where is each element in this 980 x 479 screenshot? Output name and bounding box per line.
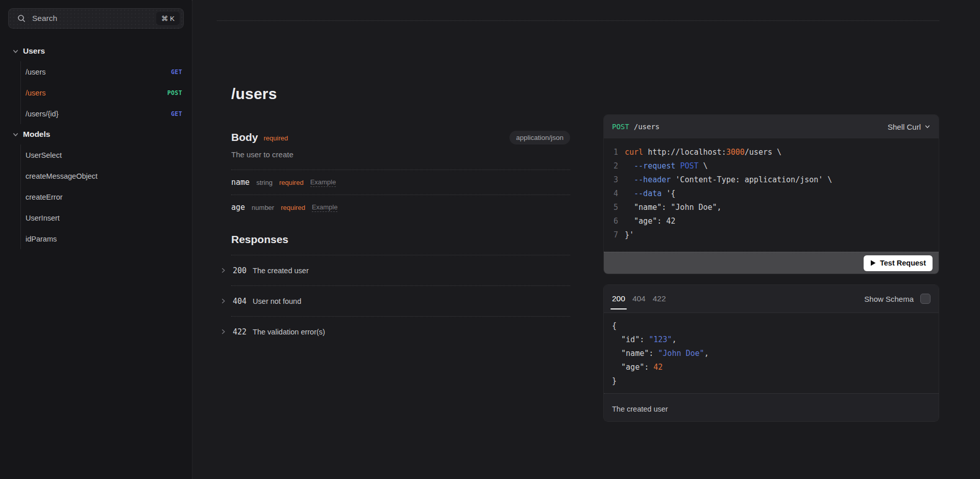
response-body-code: { "id": "123", "name": "John Doe", "age"… — [604, 313, 939, 393]
sidebar-users-list: /users GET /users POST /users/{id} GET — [20, 61, 192, 124]
code-line: 2 --request POST \ — [612, 159, 930, 173]
line-number: 5 — [612, 201, 618, 214]
tab-200[interactable]: 200 — [612, 294, 625, 303]
response-example-card: 200 404 422 Show Schema { "id": "123", "… — [603, 284, 939, 422]
status-code: 200 — [233, 266, 247, 275]
response-row-422[interactable]: 422 The validation error(s) — [220, 317, 570, 347]
sidebar-section-models[interactable]: Models — [0, 124, 192, 145]
model-name: UserInsert — [26, 214, 60, 222]
chevron-right-icon — [220, 267, 227, 274]
model-name: createMessageObject — [26, 172, 97, 180]
line-number: 1 — [612, 146, 618, 159]
body-description: The user to create — [231, 150, 570, 159]
search-shortcut: ⌘ K — [156, 12, 180, 25]
page-title: /users — [231, 85, 570, 103]
param-required-label: required — [279, 179, 304, 186]
code-line: } — [612, 374, 930, 388]
param-row-name: name string required Example — [231, 170, 570, 195]
sidebar-item-createerror[interactable]: createError — [21, 186, 192, 207]
body-heading: Body — [231, 131, 258, 143]
sidebar-item-userselect[interactable]: UserSelect — [21, 145, 192, 165]
response-row-404[interactable]: 404 User not found — [220, 286, 570, 316]
request-path: /users — [634, 123, 660, 131]
sidebar-nav: Users /users GET /users POST /users/{id}… — [0, 41, 192, 249]
code-line: 7}' — [612, 228, 930, 242]
sidebar-item-users-post[interactable]: /users POST — [21, 82, 192, 103]
language-selector-label: Shell Curl — [888, 123, 921, 131]
show-schema-label: Show Schema — [864, 295, 914, 303]
param-type: number — [252, 204, 274, 211]
play-icon — [870, 260, 876, 266]
endpoint-path: /users — [26, 89, 46, 97]
section-label: Models — [23, 130, 50, 139]
line-number: 6 — [612, 214, 618, 228]
endpoint-path: /users/{id} — [26, 110, 59, 118]
tab-422[interactable]: 422 — [653, 294, 666, 303]
method-badge-get: GET — [171, 110, 182, 117]
model-name: createError — [26, 193, 63, 201]
show-schema-control: Show Schema — [864, 294, 930, 304]
code-line: 1curl http://localhost:3000/users \ — [612, 146, 930, 159]
sidebar-section-users[interactable]: Users — [0, 41, 192, 61]
test-request-button[interactable]: Test Request — [864, 255, 933, 271]
param-name: age — [231, 203, 245, 212]
code-line: "age": 42 — [612, 361, 930, 374]
model-name: UserSelect — [26, 151, 62, 159]
response-description: The created user — [604, 393, 939, 421]
sidebar-models-list: UserSelect createMessageObject createErr… — [20, 145, 192, 249]
chevron-right-icon — [220, 298, 227, 304]
tab-404[interactable]: 404 — [632, 294, 646, 303]
param-type: string — [256, 179, 273, 186]
chevron-down-icon — [12, 131, 19, 138]
endpoint-path: /users — [26, 68, 46, 76]
request-card-footer: Test Request — [604, 252, 939, 274]
response-row-200[interactable]: 200 The created user — [220, 255, 570, 285]
example-chip[interactable]: Example — [310, 178, 336, 187]
example-chip[interactable]: Example — [312, 203, 338, 212]
chevron-down-icon — [924, 124, 930, 130]
sidebar-item-idparams[interactable]: idParams — [21, 228, 192, 249]
search-icon — [17, 14, 26, 22]
language-selector[interactable]: Shell Curl — [888, 123, 930, 131]
request-card-header: POST /users Shell Curl — [604, 115, 939, 138]
method-badge-get: GET — [171, 68, 182, 76]
search-placeholder: Search — [32, 14, 150, 23]
code-line: "id": "123", — [612, 333, 930, 347]
show-schema-checkbox[interactable] — [920, 294, 930, 304]
section-label: Users — [23, 46, 45, 56]
sidebar-item-users-get[interactable]: /users GET — [21, 61, 192, 82]
method-badge-post: POST — [167, 89, 182, 97]
code-line: 5 "name": "John Doe", — [612, 201, 930, 214]
sidebar-item-userinsert[interactable]: UserInsert — [21, 207, 192, 228]
code-line: 4 --data '{ — [612, 187, 930, 201]
status-code: 404 — [233, 297, 247, 306]
request-code-block: 1curl http://localhost:3000/users \2 --r… — [604, 138, 939, 252]
line-number: 4 — [612, 187, 618, 201]
param-name: name — [231, 178, 250, 187]
required-badge: required — [264, 134, 288, 142]
chevron-down-icon — [12, 48, 19, 55]
line-number: 2 — [612, 159, 618, 173]
request-example-card: POST /users Shell Curl 1curl http://loca… — [603, 114, 939, 274]
response-card-header: 200 404 422 Show Schema — [604, 285, 939, 313]
status-code: 422 — [233, 327, 247, 337]
sidebar-item-users-id-get[interactable]: /users/{id} GET — [21, 103, 192, 124]
chevron-right-icon — [220, 328, 227, 335]
test-request-label: Test Request — [880, 259, 926, 267]
sidebar-item-createmessageobject[interactable]: createMessageObject — [21, 165, 192, 186]
code-line: 3 --header 'Content-Type: application/js… — [612, 173, 930, 187]
status-description: The validation error(s) — [253, 328, 325, 336]
content-type-badge: application/json — [509, 131, 570, 145]
code-line: "name": "John Doe", — [612, 347, 930, 361]
code-line: { — [612, 319, 930, 333]
sidebar: Search ⌘ K Users /users GET /users POST … — [0, 0, 192, 479]
request-method: POST — [612, 123, 629, 131]
search-input[interactable]: Search ⌘ K — [8, 8, 184, 29]
line-number: 7 — [612, 228, 618, 242]
responses-heading: Responses — [231, 233, 570, 246]
status-description: The created user — [253, 267, 309, 275]
param-row-age: age number required Example — [231, 195, 570, 220]
param-required-label: required — [281, 204, 305, 211]
body-section-header: Body required application/json — [231, 131, 570, 144]
status-description: User not found — [253, 297, 301, 305]
